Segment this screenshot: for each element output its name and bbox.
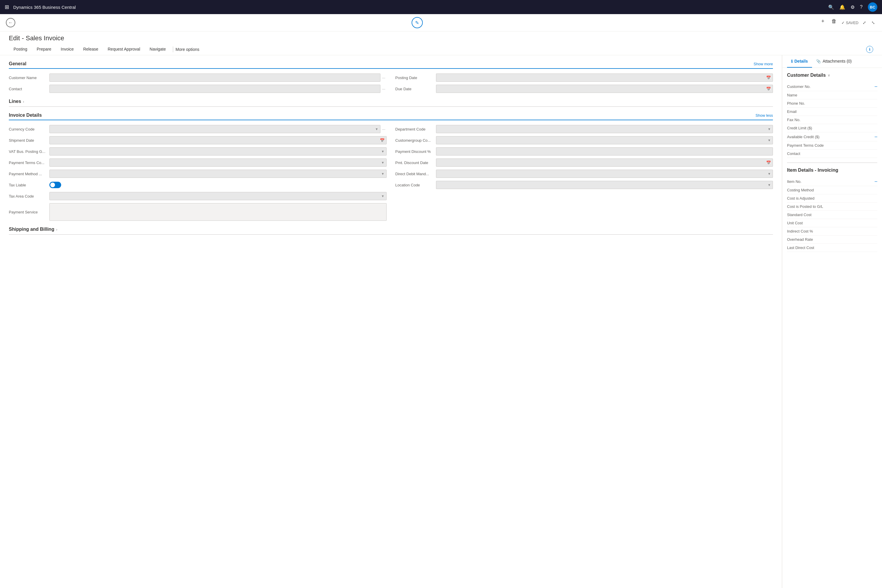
edit-button[interactable]: ✎ (412, 17, 423, 28)
department-code-input[interactable]: ▼ (436, 125, 773, 133)
direct-debit-label: Direct Debit Mand... (395, 172, 434, 176)
contact-dots-icon[interactable]: ··· (381, 87, 387, 91)
invoice-details-section: Invoice Details Show less Currency Code … (9, 112, 773, 221)
grid-icon[interactable]: ⊞ (5, 4, 9, 10)
currency-code-input-group: ▼ ··· (50, 125, 387, 133)
cd-name-row: Name (787, 91, 877, 99)
unit-cost-row: Unit Cost (787, 219, 877, 227)
lines-section: Lines › (9, 99, 773, 107)
posting-date-calendar-icon[interactable]: 📅 (766, 75, 771, 80)
more-options-button[interactable]: More options (176, 47, 200, 52)
delete-button[interactable]: 🗑 (830, 17, 838, 28)
currency-code-dropdown-icon[interactable]: ▼ (375, 127, 378, 131)
location-code-dropdown-icon[interactable]: ▼ (768, 183, 771, 187)
location-code-input[interactable]: ▼ (436, 181, 773, 189)
customer-details-chevron[interactable]: ∨ (828, 73, 830, 77)
back-button[interactable]: ← (6, 18, 15, 27)
right-panel: ℹ Details 📎 Attachments (0) Customer Det… (782, 55, 882, 588)
cd-available-credit-row: Available Credit ($) – (787, 132, 877, 141)
tab-release[interactable]: Release (78, 44, 103, 55)
payment-service-label: Payment Service (9, 210, 47, 214)
collapse-button[interactable]: ⤡ (870, 19, 876, 26)
tax-area-code-row: Tax Area Code ▼ (9, 192, 387, 200)
payment-method-input-wrap: ▼ (50, 170, 387, 178)
search-icon[interactable]: 🔍 (828, 4, 834, 10)
add-button[interactable]: + (820, 17, 825, 28)
general-section-header: General Show more (9, 61, 773, 69)
payment-method-input[interactable]: ▼ (50, 170, 387, 178)
tab-navigate[interactable]: Navigate (145, 44, 171, 55)
currency-code-dots-icon[interactable]: ··· (381, 127, 387, 131)
payment-terms-input[interactable]: ▼ (50, 159, 387, 167)
payment-discount-input[interactable] (436, 147, 773, 156)
due-date-input[interactable]: 📅 (436, 85, 773, 93)
customergroup-input[interactable]: ▼ (436, 136, 773, 144)
shipment-date-input[interactable]: 📅 (50, 136, 387, 144)
tab-attachments[interactable]: 📎 Attachments (0) (812, 55, 856, 68)
cd-contact-label: Contact (787, 152, 800, 156)
item-details-rows: Item No. – Costing Method Cost is Adjust… (787, 177, 877, 252)
avatar[interactable]: BC (868, 2, 877, 12)
notification-icon[interactable]: 🔔 (839, 4, 845, 10)
show-less-link[interactable]: Show less (756, 113, 773, 118)
tab-details[interactable]: ℹ Details (787, 55, 812, 68)
tax-area-code-dropdown-icon[interactable]: ▼ (381, 194, 384, 198)
tax-liable-label: Tax Liable (9, 183, 47, 187)
info-button[interactable]: ℹ (866, 46, 873, 53)
pmt-discount-date-input[interactable]: 📅 (436, 159, 773, 167)
contact-input[interactable] (50, 85, 380, 93)
tax-liable-toggle[interactable] (50, 182, 61, 188)
cd-available-credit-value[interactable]: – (874, 134, 877, 140)
customer-no-value[interactable]: – (874, 84, 877, 89)
expand-button[interactable]: ⤢ (861, 19, 867, 26)
cost-posted-label: Cost is Posted to G/L (787, 204, 823, 209)
cd-available-credit-label: Available Credit ($) (787, 135, 819, 139)
due-date-calendar-icon[interactable]: 📅 (766, 87, 771, 91)
currency-code-input[interactable]: ▼ (50, 125, 380, 133)
department-code-dropdown-icon[interactable]: ▼ (768, 127, 771, 131)
settings-icon[interactable]: ⚙ (850, 4, 855, 10)
overhead-rate-row: Overhead Rate (787, 236, 877, 244)
tab-invoice[interactable]: Invoice (56, 44, 78, 55)
payment-discount-label: Payment Discount % (395, 149, 434, 154)
tab-posting[interactable]: Posting (9, 44, 32, 55)
tab-request-approval[interactable]: Request Approval (103, 44, 145, 55)
currency-code-input-wrap: ▼ ··· (50, 125, 387, 133)
vat-bus-input[interactable]: ▼ (50, 147, 387, 156)
customergroup-dropdown-icon[interactable]: ▼ (768, 138, 771, 142)
payment-service-input[interactable] (50, 203, 387, 221)
lines-arrow-icon[interactable]: › (23, 99, 24, 104)
costing-method-label: Costing Method (787, 188, 814, 192)
direct-debit-input[interactable]: ▼ (436, 170, 773, 178)
check-icon: ✓ (842, 21, 844, 25)
cost-adjusted-label: Cost is Adjusted (787, 196, 814, 201)
toolbar-right: ✓ SAVED ⤢ ⤡ (842, 19, 876, 26)
tab-prepare[interactable]: Prepare (32, 44, 56, 55)
payment-terms-dropdown-icon[interactable]: ▼ (381, 161, 384, 164)
customer-name-input[interactable] (50, 74, 380, 82)
pmt-discount-date-calendar-icon[interactable]: 📅 (766, 160, 771, 165)
saved-label: SAVED (846, 21, 858, 25)
help-icon[interactable]: ? (860, 4, 862, 10)
cost-posted-row: Cost is Posted to G/L (787, 202, 877, 211)
item-no-row: Item No. – (787, 177, 877, 186)
vat-bus-row: VAT Bus. Posting G... ▼ (9, 147, 387, 156)
vat-bus-dropdown-icon[interactable]: ▼ (381, 150, 384, 153)
general-form: Customer Name ··· Posting Date 📅 (9, 74, 773, 93)
customer-name-dots-icon[interactable]: ··· (381, 75, 387, 80)
item-no-value[interactable]: – (874, 179, 877, 184)
shipping-title: Shipping and Billing (9, 226, 54, 232)
shipment-date-input-wrap: 📅 (50, 136, 387, 144)
tax-area-code-input[interactable]: ▼ (50, 192, 387, 200)
posting-date-input[interactable]: 📅 (436, 74, 773, 82)
direct-debit-dropdown-icon[interactable]: ▼ (768, 172, 771, 176)
shipment-date-calendar-icon[interactable]: 📅 (380, 138, 384, 142)
show-more-link[interactable]: Show more (753, 62, 773, 66)
customer-no-row: Customer No. – (787, 82, 877, 91)
cd-payment-terms-label: Payment Terms Code (787, 143, 824, 148)
customer-name-label: Customer Name (9, 75, 47, 80)
vat-bus-input-wrap: ▼ (50, 147, 387, 156)
shipping-arrow-icon[interactable]: › (56, 227, 57, 232)
payment-method-dropdown-icon[interactable]: ▼ (381, 172, 384, 176)
item-details-title: Item Details - Invoicing (787, 168, 877, 173)
